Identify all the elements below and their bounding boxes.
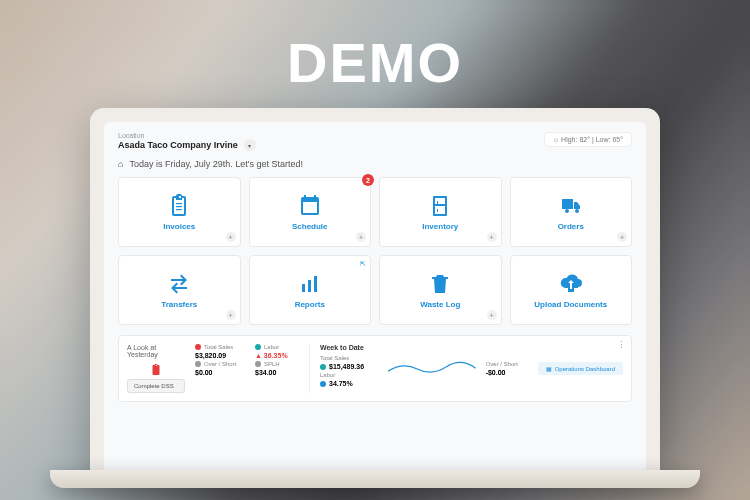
svg-rect-5 [314,276,317,292]
plus-icon[interactable]: + [226,232,236,242]
weather-pill: ☼ High: 82° | Low: 65° [544,132,632,147]
trash-icon [428,272,452,296]
svg-rect-4 [308,280,311,292]
label: Labor [264,344,279,350]
wtd-sales: $15,489.36 [329,363,364,370]
tile-orders[interactable]: Orders + [510,177,633,247]
svg-rect-0 [176,203,182,204]
tile-label: Waste Log [420,300,460,309]
weather-text: High: 82° | Low: 65° [561,136,623,143]
check-clipboard-icon [150,362,162,374]
yesterday-title: A Look at Yesterday [127,344,185,358]
upload-cloud-icon [559,272,583,296]
label: Total Sales [204,344,233,350]
notification-badge: 2 [362,174,374,186]
total-sales-value: $3,820.09 [195,352,245,359]
plus-icon[interactable]: + [226,310,236,320]
app-screen: Location Asada Taco Company Irvine ▾ ☼ H… [104,122,646,474]
location-label: Location [118,132,256,139]
tile-waste-log[interactable]: Waste Log + [379,255,502,325]
splh-value: $34.00 [255,369,299,376]
bar-chart-icon [298,272,322,296]
transfer-icon [167,272,191,296]
greeting-row: ⌂ Today is Friday, July 29th. Let's get … [118,159,632,169]
wtd-labor: 34.75% [329,380,353,387]
demo-watermark: DEMO [287,30,463,95]
label: Over / Short [486,361,528,367]
label: SPLH [264,361,280,367]
location-dropdown-button[interactable]: ▾ [244,139,256,151]
tile-label: Orders [558,222,584,231]
tile-invoices[interactable]: Invoices + [118,177,241,247]
weather-icon: ☼ [553,136,559,143]
home-icon: ⌂ [118,159,123,169]
topbar: Location Asada Taco Company Irvine ▾ ☼ H… [118,132,632,151]
label: Labor [320,372,335,378]
plus-icon[interactable]: + [487,310,497,320]
tile-upload-documents[interactable]: Upload Documents [510,255,633,325]
laptop-frame: Location Asada Taco Company Irvine ▾ ☼ H… [90,108,660,474]
tile-label: Upload Documents [534,300,607,309]
tile-reports[interactable]: ⇱ Reports [249,255,372,325]
location-name: Asada Taco Company Irvine [118,140,238,150]
tile-transfers[interactable]: Transfers + [118,255,241,325]
tile-label: Invoices [163,222,195,231]
wtd-over-short: -$0.00 [486,369,528,376]
kebab-menu-icon[interactable]: ⋮ [617,340,625,350]
over-short-value: $0.00 [195,369,245,376]
grid-icon: ▦ [546,365,552,372]
label: Total Sales [320,355,349,361]
tile-schedule[interactable]: 2 Schedule + [249,177,372,247]
summary-panel: ⋮ A Look at Yesterday Complete DSS Total… [118,335,632,402]
calendar-icon [298,194,322,218]
greeting-text: Today is Friday, July 29th. Let's get St… [129,159,303,169]
svg-rect-1 [176,206,182,207]
operations-dashboard-button[interactable]: ▦ Operations Dashboard [538,362,623,375]
labor-pct: ▲ 36.35% [255,352,299,359]
complete-dss-button[interactable]: Complete DSS [127,379,185,393]
fridge-icon [428,194,452,218]
tile-label: Inventory [422,222,458,231]
sparkline-chart [388,354,476,384]
tile-label: Reports [295,300,325,309]
label: Over / Short [204,361,236,367]
tile-label: Schedule [292,222,328,231]
ops-button-label: Operations Dashboard [555,366,615,372]
tile-grid: Invoices + 2 Schedule + Inventory + Orde… [118,177,632,325]
wtd-title: Week to Date [320,344,378,351]
truck-icon [559,194,583,218]
clipboard-icon [167,194,191,218]
tile-label: Transfers [161,300,197,309]
plus-icon[interactable]: + [487,232,497,242]
plus-icon[interactable]: + [356,232,366,242]
external-link-icon: ⇱ [360,260,366,268]
svg-rect-3 [302,284,305,292]
tile-inventory[interactable]: Inventory + [379,177,502,247]
svg-rect-2 [176,209,182,210]
plus-icon[interactable]: + [617,232,627,242]
